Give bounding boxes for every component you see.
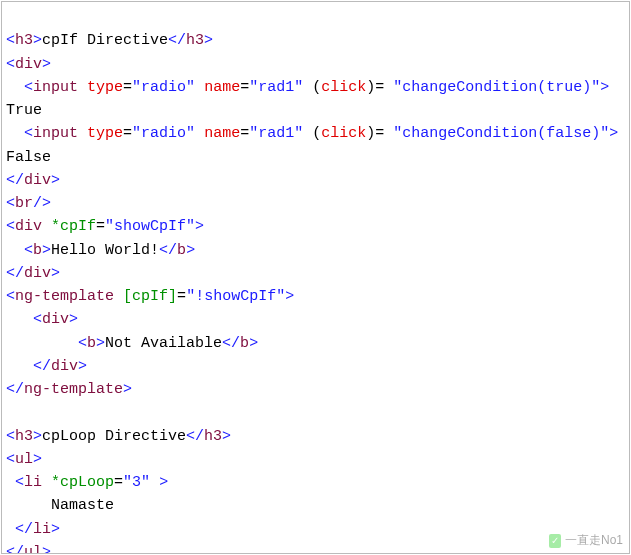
- code-line: <div>: [6, 311, 78, 328]
- code-line: </div>: [6, 265, 60, 282]
- code-line: True: [6, 102, 42, 119]
- code-line: </ng-template>: [6, 381, 132, 398]
- watermark-text: 一直走No1: [565, 532, 623, 549]
- code-line: <b>Hello World!</b>: [6, 242, 195, 259]
- code-line: <h3>cpLoop Directive</h3>: [6, 428, 231, 445]
- code-line: <br/>: [6, 195, 51, 212]
- code-line: </div>: [6, 172, 60, 189]
- code-line: </ul>: [6, 544, 51, 554]
- code-line: </div>: [6, 358, 87, 375]
- code-line: <div *cpIf="showCpIf">: [6, 218, 204, 235]
- code-line: Namaste: [6, 497, 114, 514]
- code-line: [6, 404, 15, 421]
- code-line: <li *cpLoop="3" >: [6, 474, 168, 491]
- wechat-icon: ✓: [549, 534, 561, 548]
- code-line: <h3>cpIf Directive</h3>: [6, 32, 213, 49]
- code-line: <input type="radio" name="rad1" (click)=…: [6, 125, 618, 142]
- code-line: </li>: [6, 521, 60, 538]
- code-line: <ul>: [6, 451, 42, 468]
- code-snippet: <h3>cpIf Directive</h3> <div> <input typ…: [1, 1, 630, 554]
- code-line: <ng-template [cpIf]="!showCpIf">: [6, 288, 294, 305]
- code-line: <b>Not Available</b>: [6, 335, 258, 352]
- watermark: ✓ 一直走No1: [549, 532, 623, 549]
- code-line: <div>: [6, 56, 51, 73]
- code-line: False: [6, 149, 51, 166]
- code-line: <input type="radio" name="rad1" (click)=…: [6, 79, 609, 96]
